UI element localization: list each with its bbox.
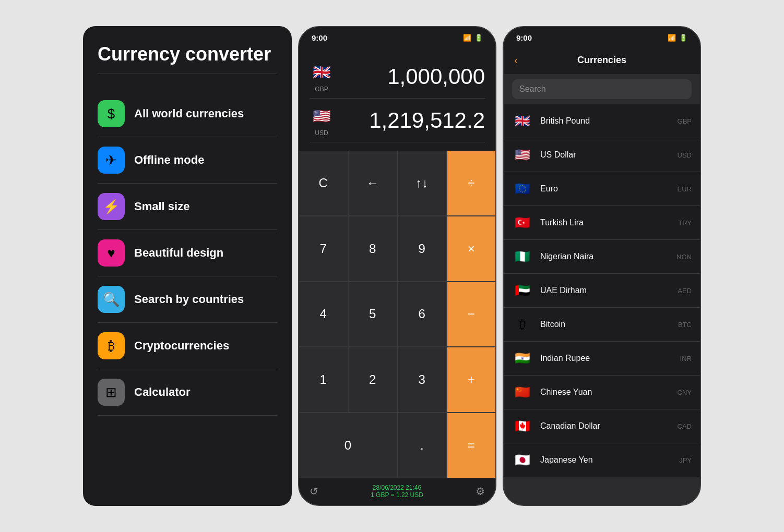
all-currencies-icon: $ xyxy=(98,100,125,127)
currencies-header: ‹ Currencies xyxy=(504,46,700,74)
app-container: Currency converter $All world currencies… xyxy=(73,16,711,516)
search-countries-icon: 🔍 xyxy=(98,286,125,313)
currency-flag: 🇯🇵 xyxy=(512,450,533,470)
currency-name: Canadian Dollar xyxy=(540,421,678,431)
currency-flag: 🇳🇬 xyxy=(512,246,533,267)
currency-code: BTC xyxy=(678,321,692,329)
menu-list: $All world currencies✈Offline mode⚡Small… xyxy=(98,91,277,416)
clear-button[interactable]: C xyxy=(299,151,348,215)
right-status-time: 9:00 xyxy=(516,33,532,42)
currency-list-item[interactable]: 🇨🇳Chinese YuanCNY xyxy=(504,376,700,409)
search-placeholder: Search xyxy=(519,84,546,93)
calculator-grid: C ← ↑↓ ÷ 7 8 9 × 4 5 6 − 1 2 3 + 0 . = xyxy=(299,151,495,478)
menu-item-search-countries[interactable]: 🔍Search by countries xyxy=(98,276,277,323)
small-size-icon: ⚡ xyxy=(98,193,125,220)
rate-info: 28/06/2022 21:46 1 GBP = 1.22 USD xyxy=(371,484,423,499)
currency-list-item[interactable]: 🇨🇦Canadian DollarCAD xyxy=(504,409,700,443)
from-code: GBP xyxy=(315,86,328,93)
multiply-button[interactable]: × xyxy=(447,216,496,281)
nine-button[interactable]: 9 xyxy=(398,216,446,281)
currency-list-item[interactable]: 🇮🇳Indian RupeeINR xyxy=(504,342,700,376)
currency-code: AED xyxy=(678,287,692,295)
equals-button[interactable]: = xyxy=(447,413,496,478)
middle-phone: 9:00 📶 🔋 🇬🇧 GBP 1,000,000 🇺🇸 USD 1,219,5 xyxy=(298,26,496,506)
currency-list-item[interactable]: 🇹🇷Turkish LiraTRY xyxy=(504,206,700,240)
seven-button[interactable]: 7 xyxy=(299,216,348,281)
eight-button[interactable]: 8 xyxy=(349,216,397,281)
currency-list-item[interactable]: 🇦🇪UAE DirhamAED xyxy=(504,274,700,308)
currency-code: CNY xyxy=(678,389,692,396)
currency-name: Nigerian Naira xyxy=(540,252,676,261)
currency-flag: 🇮🇳 xyxy=(512,348,533,369)
calculator-footer: ↺ 28/06/2022 21:46 1 GBP = 1.22 USD ⚙ xyxy=(299,478,495,505)
menu-item-calculator[interactable]: ⊞Calculator xyxy=(98,369,277,416)
from-currency-row[interactable]: 🇬🇧 GBP 1,000,000 xyxy=(310,55,485,99)
currencies-title: Currencies xyxy=(577,55,626,66)
converter-display: 🇬🇧 GBP 1,000,000 🇺🇸 USD 1,219,512.2 xyxy=(299,46,495,151)
offline-mode-label: Offline mode xyxy=(134,153,204,167)
four-button[interactable]: 4 xyxy=(299,282,348,347)
beautiful-design-label: Beautiful design xyxy=(134,246,223,260)
currency-list-item[interactable]: 🇳🇬Nigerian NairaNGN xyxy=(504,240,700,274)
two-button[interactable]: 2 xyxy=(349,347,397,412)
right-wifi-icon: 📶 xyxy=(668,34,676,42)
currency-flag: 🇦🇪 xyxy=(512,280,533,301)
currency-name: Turkish Lira xyxy=(540,218,678,227)
six-button[interactable]: 6 xyxy=(398,282,446,347)
search-countries-label: Search by countries xyxy=(134,293,244,306)
status-time: 9:00 xyxy=(312,33,327,42)
one-button[interactable]: 1 xyxy=(299,347,348,412)
to-amount: 1,219,512.2 xyxy=(369,108,485,133)
currency-flag: 🇪🇺 xyxy=(512,178,533,199)
cryptocurrencies-icon: ₿ xyxy=(98,332,125,359)
currency-code: TRY xyxy=(678,219,692,227)
to-currency-row[interactable]: 🇺🇸 USD 1,219,512.2 xyxy=(310,99,485,142)
currency-list-item[interactable]: 🇪🇺EuroEUR xyxy=(504,172,700,206)
app-title: Currency converter xyxy=(98,43,277,74)
right-battery-icon: 🔋 xyxy=(679,34,687,42)
currency-list-item[interactable]: 🇯🇵Japanese YenJPY xyxy=(504,443,700,477)
from-currency-info: 🇬🇧 GBP xyxy=(310,60,334,93)
menu-item-offline-mode[interactable]: ✈Offline mode xyxy=(98,137,277,184)
minus-button[interactable]: − xyxy=(447,282,496,347)
menu-item-all-currencies[interactable]: $All world currencies xyxy=(98,91,277,137)
settings-icon[interactable]: ⚙ xyxy=(476,485,485,498)
swap-button[interactable]: ↑↓ xyxy=(398,151,446,215)
to-flag: 🇺🇸 xyxy=(310,104,334,128)
currency-code: INR xyxy=(680,355,692,362)
five-button[interactable]: 5 xyxy=(349,282,397,347)
offline-mode-icon: ✈ xyxy=(98,147,125,174)
battery-icon: 🔋 xyxy=(474,34,483,42)
dot-button[interactable]: . xyxy=(398,413,446,478)
back-button[interactable]: ‹ xyxy=(514,54,518,66)
plus-button[interactable]: + xyxy=(447,347,496,412)
currency-flag: ₿ xyxy=(512,314,533,335)
currency-list-item[interactable]: 🇬🇧British PoundGBP xyxy=(504,104,700,138)
beautiful-design-icon: ♥ xyxy=(98,239,125,267)
zero-button[interactable]: 0 xyxy=(299,413,397,478)
menu-item-small-size[interactable]: ⚡Small size xyxy=(98,184,277,230)
currency-name: US Dollar xyxy=(540,150,678,160)
from-amount: 1,000,000 xyxy=(387,64,485,89)
right-status-icons: 📶 🔋 xyxy=(668,34,687,42)
calculator-icon: ⊞ xyxy=(98,379,125,406)
refresh-icon[interactable]: ↺ xyxy=(310,485,318,498)
menu-item-cryptocurrencies[interactable]: ₿Cryptocurrencies xyxy=(98,323,277,369)
currency-name: Euro xyxy=(540,184,678,194)
currency-name: British Pound xyxy=(540,116,678,126)
currency-list-item[interactable]: ₿BitcoinBTC xyxy=(504,308,700,342)
right-phone: 9:00 📶 🔋 ‹ Currencies Search 🇬🇧British P… xyxy=(503,26,701,506)
divide-button[interactable]: ÷ xyxy=(447,151,496,215)
wifi-icon: 📶 xyxy=(463,34,471,42)
currency-name: UAE Dirham xyxy=(540,286,678,295)
currency-list-item[interactable]: 🇺🇸US DollarUSD xyxy=(504,138,700,172)
cryptocurrencies-label: Cryptocurrencies xyxy=(134,339,229,353)
backspace-button[interactable]: ← xyxy=(349,151,397,215)
calculator-label: Calculator xyxy=(134,385,191,399)
menu-item-beautiful-design[interactable]: ♥Beautiful design xyxy=(98,230,277,276)
left-panel: Currency converter $All world currencies… xyxy=(83,26,292,506)
all-currencies-label: All world currencies xyxy=(134,107,244,120)
three-button[interactable]: 3 xyxy=(398,347,446,412)
search-bar[interactable]: Search xyxy=(512,79,692,99)
currency-name: Indian Rupee xyxy=(540,354,680,363)
